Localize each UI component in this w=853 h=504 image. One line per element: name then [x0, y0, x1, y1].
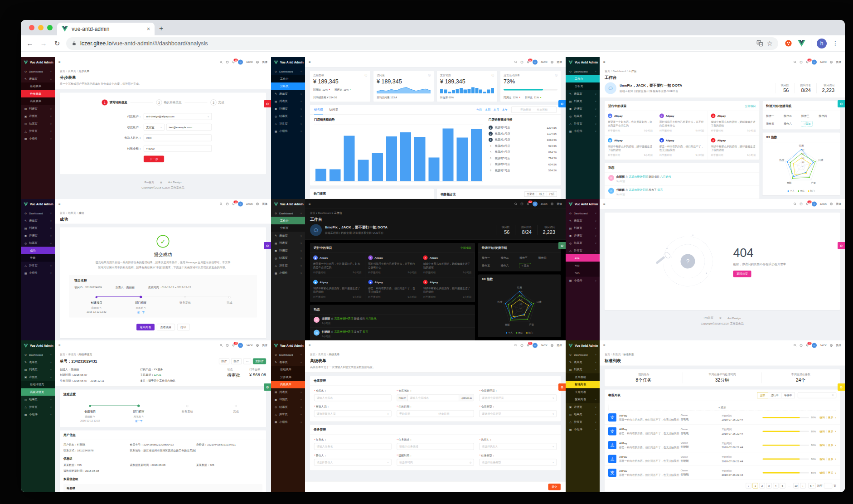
feed-link[interactable]: 高逼格设计天团: [629, 188, 648, 191]
edit-link[interactable]: 编辑: [819, 416, 825, 420]
sidebar-item[interactable]: 高级表单: [21, 97, 55, 105]
tab-close-icon[interactable]: ×: [147, 26, 150, 32]
sidebar-item[interactable]: 标准列表: [566, 381, 600, 388]
breadcrumb-item[interactable]: 工作台: [627, 69, 637, 73]
sidebar-item[interactable]: ◎结果页∨: [566, 239, 600, 247]
sidebar-item[interactable]: 卡片列表: [566, 388, 600, 396]
item-title[interactable]: AliPay: [619, 455, 681, 458]
username[interactable]: JACK: [541, 344, 548, 347]
primary-action-button[interactable]: 主操作: [253, 359, 266, 364]
sidebar-item[interactable]: 成功: [21, 247, 55, 255]
sidebar-item[interactable]: ▤列表页∨: [271, 97, 305, 105]
sidebar-item[interactable]: ◎结果页∨: [566, 411, 600, 418]
legend-item[interactable]: 个人: [506, 331, 513, 334]
help-icon[interactable]: ?: [226, 61, 229, 64]
user-avatar[interactable]: ☺: [812, 343, 817, 348]
user-avatar[interactable]: ☺: [812, 60, 817, 65]
language-globe-icon[interactable]: [551, 202, 554, 205]
form-input[interactable]: 请输入任务描述: [397, 443, 474, 450]
sidebar-item[interactable]: 高级详情页: [21, 388, 55, 396]
view-project-button[interactable]: 查看项目: [157, 324, 175, 331]
breadcrumb-item[interactable]: 高级表单: [327, 353, 340, 357]
list-search-input[interactable]: [798, 393, 836, 398]
bookmark-star-icon[interactable]: ☆: [767, 39, 773, 48]
project-card[interactable]: ◆Alipay希望是一个好东西，也许是最好的，好东西是不会消亡的科学搬砖组9小时…: [605, 111, 656, 136]
sidebar-item[interactable]: ⊙Dashboard∧: [271, 209, 305, 217]
sidebar-item[interactable]: 403: [566, 262, 600, 270]
payee-account-input[interactable]: test@example.com: [166, 124, 212, 131]
edit-link[interactable]: 编辑: [819, 471, 825, 475]
form-input[interactable]: 请选择责任人∨: [314, 459, 391, 466]
share-tab[interactable]: 门店: [547, 192, 557, 197]
username[interactable]: JACK: [541, 202, 548, 205]
close-window-button[interactable]: [29, 25, 34, 30]
sidebar-item[interactable]: 500: [566, 269, 600, 277]
quick-link[interactable]: + 添加: [801, 121, 813, 126]
sidebar-item[interactable]: ▤列表页∨: [566, 224, 600, 232]
username[interactable]: JACK: [246, 61, 253, 64]
range-link[interactable]: 本月: [494, 108, 499, 112]
sidebar-item[interactable]: △异常页∨: [566, 120, 600, 128]
notification-bell-icon[interactable]: 12: [527, 202, 530, 205]
more-link[interactable]: 更多: [828, 471, 834, 475]
add-item-button[interactable]: + 添加: [608, 404, 836, 411]
forward-button[interactable]: →: [39, 39, 48, 47]
language-globe-icon[interactable]: [256, 61, 259, 64]
language-globe-icon[interactable]: [256, 344, 259, 347]
range-link[interactable]: 本年: [502, 108, 508, 112]
sidebar-item[interactable]: ▣详情页∨: [271, 247, 305, 255]
notification-bell-icon[interactable]: 12: [232, 344, 235, 347]
form-input[interactable]: 请选择仓库管理员∨: [480, 394, 557, 401]
feed-link[interactable]: 八月迭代: [660, 175, 671, 179]
back-button[interactable]: ←: [25, 39, 34, 47]
help-icon[interactable]: ?: [520, 61, 523, 64]
sidebar-item[interactable]: ⊙Dashboard∨: [21, 209, 55, 217]
project-card[interactable]: ◉Alipay城镇中有那么多的酒馆，她却偏偏走进了我的酒馆科学搬砖组9小时前: [310, 277, 365, 302]
quick-link[interactable]: 操作三: [519, 256, 538, 260]
item-title[interactable]: AliPay: [619, 414, 681, 417]
username[interactable]: JACK: [820, 344, 827, 347]
sidebar-item[interactable]: ▤列表页∨: [21, 224, 55, 232]
print-button[interactable]: 打印: [177, 324, 190, 331]
legend-item[interactable]: 部门: [808, 189, 815, 193]
legend-item[interactable]: 部门: [526, 331, 533, 334]
sidebar-item[interactable]: △异常页∨: [566, 418, 600, 426]
language-globe-icon[interactable]: [830, 203, 833, 206]
sidebar-item[interactable]: ✎表单页∨: [21, 217, 55, 225]
theme-settings-button[interactable]: ⚙: [558, 242, 566, 249]
search-icon[interactable]: [794, 61, 797, 64]
sidebar-item[interactable]: 分析页: [271, 224, 305, 232]
sidebar-item[interactable]: ▣详情页∨: [271, 105, 305, 113]
language-label[interactable]: 简体: [836, 344, 841, 348]
language-label[interactable]: 简体: [557, 202, 562, 206]
breadcrumb-item[interactable]: 高级详情页: [77, 353, 92, 357]
profile-avatar[interactable]: h: [817, 39, 827, 48]
submit-button[interactable]: 提交: [548, 484, 561, 490]
language-globe-icon[interactable]: [551, 344, 554, 347]
sidebar-item[interactable]: 基础详情页: [21, 381, 55, 388]
sidebar-item[interactable]: ✎表单页∨: [271, 232, 305, 240]
sidebar-item[interactable]: ✎表单页∨: [271, 90, 305, 98]
sidebar-item[interactable]: △异常页∧: [566, 247, 600, 255]
chart-tab[interactable]: 销售额: [314, 105, 323, 114]
project-card[interactable]: ◈Alipay那是一种内在的东西，他们到达不了，也无法触及的科学搬砖组9小时前: [656, 136, 708, 160]
theme-settings-button[interactable]: ⚙: [558, 100, 566, 107]
page-number[interactable]: 3: [766, 483, 771, 489]
sidebar-item[interactable]: 404: [566, 254, 600, 262]
edit-link[interactable]: 编辑: [819, 443, 825, 447]
back-home-button[interactable]: 返回首页: [733, 271, 751, 277]
breadcrumb-item[interactable]: 表单页: [66, 69, 76, 73]
project-card[interactable]: ✦Alipay那时候我只会想自己想要什么，从不想自己拥有什么科学搬砖组9小时前: [365, 253, 420, 277]
theme-settings-button[interactable]: ⚙: [838, 100, 845, 107]
sidebar-item[interactable]: 失败: [21, 254, 55, 262]
sidebar-item[interactable]: △异常页∨: [271, 411, 305, 418]
project-card[interactable]: ◆Alipay希望是一个好东西，也许是最好的，好东西是不会消亡的科学搬砖组9小时…: [310, 253, 365, 277]
theme-settings-button[interactable]: ⚙: [838, 242, 845, 249]
sidebar-item[interactable]: △异常页∨: [21, 262, 55, 270]
legend-item[interactable]: 团队: [516, 331, 523, 334]
sidebar-item[interactable]: ⊙Dashboard∨: [21, 68, 55, 75]
all-projects-link[interactable]: 全部项目: [745, 104, 756, 108]
feed-link[interactable]: 留言: [363, 330, 368, 333]
help-icon[interactable]: ?: [226, 203, 229, 206]
payee-type-select[interactable]: 支付宝∨: [144, 124, 165, 131]
